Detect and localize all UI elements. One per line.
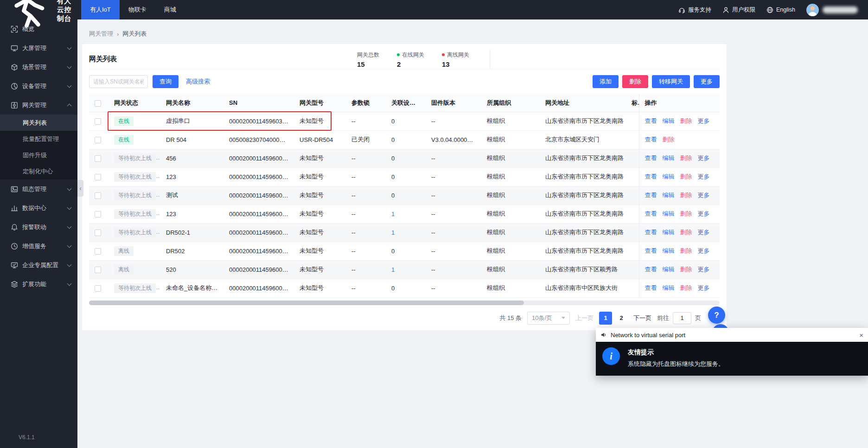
screen-icon bbox=[11, 45, 18, 52]
sidebar-collapse-handle[interactable]: ‹ bbox=[77, 180, 83, 197]
sidebar-item-alarm-linkage[interactable]: 报警联动 bbox=[0, 218, 77, 237]
action-delete[interactable]: 删除 bbox=[680, 265, 692, 274]
action-view[interactable]: 查看 bbox=[645, 117, 657, 125]
sidebar-subitem-batch-config[interactable]: 批量配置管理 bbox=[0, 131, 77, 147]
row-checkbox[interactable] bbox=[95, 174, 101, 180]
action-delete[interactable]: 删除 bbox=[680, 173, 692, 181]
action-edit[interactable]: 编辑 bbox=[663, 210, 675, 218]
sidebar-item-extensions[interactable]: 扩展功能 bbox=[0, 275, 77, 294]
action-edit[interactable]: 编辑 bbox=[663, 117, 675, 125]
more-button[interactable]: 更多 bbox=[694, 75, 720, 88]
action-edit[interactable]: 编辑 bbox=[663, 154, 675, 162]
next-page-button[interactable]: 下一页 bbox=[633, 314, 651, 322]
sidebar-item-device-mgmt[interactable]: 设备管理 bbox=[0, 77, 77, 96]
row-checkbox[interactable] bbox=[95, 211, 101, 218]
row-checkbox[interactable] bbox=[95, 248, 101, 255]
action-delete[interactable]: 删除 bbox=[680, 284, 692, 292]
cell-model: 未知型号 bbox=[294, 279, 346, 297]
device-count-link[interactable]: 1 bbox=[391, 266, 395, 273]
delete-button[interactable]: 删除 bbox=[622, 75, 648, 88]
action-more[interactable]: 更多 bbox=[698, 210, 710, 218]
goto-page-input[interactable] bbox=[673, 312, 691, 324]
action-more[interactable]: 更多 bbox=[698, 228, 710, 237]
breadcrumb-gateway-mgmt[interactable]: 网关管理 bbox=[89, 30, 113, 38]
cell-firmware: -- bbox=[426, 223, 481, 242]
action-view[interactable]: 查看 bbox=[645, 191, 657, 199]
action-delete[interactable]: 删除 bbox=[680, 210, 692, 218]
action-edit[interactable]: 编辑 bbox=[663, 284, 675, 292]
topbar-tab-iot[interactable]: 有人IoT bbox=[81, 0, 120, 19]
row-checkbox[interactable] bbox=[95, 118, 101, 125]
horizontal-scrollbar-thumb[interactable] bbox=[89, 301, 524, 305]
action-view[interactable]: 查看 bbox=[645, 265, 657, 274]
action-view[interactable]: 查看 bbox=[645, 154, 657, 162]
page-button-1[interactable]: 1 bbox=[599, 312, 612, 325]
page-button-2[interactable]: 2 bbox=[615, 312, 628, 325]
sidebar-subitem-customization-center[interactable]: 定制化中心 bbox=[0, 163, 77, 179]
topbar-action-language[interactable]: English bbox=[766, 6, 795, 13]
advanced-search-link[interactable]: 高级搜索 bbox=[186, 77, 210, 86]
topbar-tab-sim-card[interactable]: 物联卡 bbox=[120, 0, 155, 19]
select-all-checkbox[interactable] bbox=[95, 100, 101, 107]
action-more[interactable]: 更多 bbox=[698, 284, 710, 292]
action-view[interactable]: 查看 bbox=[645, 228, 657, 237]
action-more[interactable]: 更多 bbox=[698, 265, 710, 274]
action-more[interactable]: 更多 bbox=[698, 191, 710, 199]
action-delete[interactable]: 删除 bbox=[680, 154, 692, 162]
action-edit[interactable]: 编辑 bbox=[663, 247, 675, 255]
action-edit[interactable]: 编辑 bbox=[663, 228, 675, 237]
device-count-link[interactable]: 1 bbox=[391, 229, 395, 236]
topbar-action-permissions[interactable]: 用户权限 bbox=[722, 6, 755, 14]
cell-sn: 00002000114596000018 bbox=[223, 205, 294, 223]
row-checkbox[interactable] bbox=[95, 155, 101, 162]
row-checkbox[interactable] bbox=[95, 230, 101, 236]
horizontal-scrollbar[interactable] bbox=[89, 301, 720, 305]
action-view[interactable]: 查看 bbox=[645, 284, 657, 292]
action-delete[interactable]: 删除 bbox=[680, 117, 692, 125]
action-view[interactable]: 查看 bbox=[645, 173, 657, 181]
topbar-tab-mall[interactable]: 商城 bbox=[155, 0, 185, 19]
add-button[interactable]: 添加 bbox=[593, 75, 619, 88]
sidebar-item-gateway-mgmt[interactable]: 网关管理 bbox=[0, 96, 77, 115]
row-checkbox[interactable] bbox=[95, 192, 101, 199]
row-checkbox[interactable] bbox=[95, 267, 101, 273]
action-edit[interactable]: 编辑 bbox=[663, 173, 675, 181]
action-more[interactable]: 更多 bbox=[698, 154, 710, 162]
speaker-icon bbox=[600, 332, 607, 338]
action-more[interactable]: 更多 bbox=[698, 247, 710, 255]
action-more[interactable]: 更多 bbox=[698, 117, 710, 125]
close-icon[interactable]: × bbox=[859, 332, 863, 339]
search-input[interactable] bbox=[89, 75, 148, 88]
sidebar-subitem-gateway-list[interactable]: 网关列表 bbox=[0, 115, 77, 131]
topbar-action-support[interactable]: 服务支持 bbox=[678, 6, 711, 14]
action-view[interactable]: 查看 bbox=[645, 210, 657, 218]
action-delete[interactable]: 删除 bbox=[680, 247, 692, 255]
action-delete[interactable]: 删除 bbox=[680, 191, 692, 199]
action-more[interactable]: 更多 bbox=[698, 173, 710, 181]
device-count-link[interactable]: 1 bbox=[391, 211, 395, 218]
cell-gateway-status: 等待初次上线 bbox=[108, 223, 160, 242]
action-delete[interactable]: 删除 bbox=[663, 135, 675, 144]
action-view[interactable]: 查看 bbox=[645, 247, 657, 255]
sidebar-item-data-center[interactable]: 数据中心 bbox=[0, 198, 77, 218]
sidebar-item-enterprise-config[interactable]: 企业专属配置 bbox=[0, 256, 77, 275]
action-edit[interactable]: 编辑 bbox=[663, 191, 675, 199]
sidebar-item-scada-mgmt[interactable]: 组态管理 bbox=[0, 179, 77, 198]
action-view[interactable]: 查看 bbox=[645, 135, 657, 144]
query-button[interactable]: 查询 bbox=[153, 75, 179, 88]
prev-page-button[interactable]: 上一页 bbox=[575, 314, 594, 322]
sidebar-subitem-firmware-upgrade[interactable]: 固件升级 bbox=[0, 147, 77, 163]
action-edit[interactable]: 编辑 bbox=[663, 265, 675, 274]
sidebar-item-scene-mgmt[interactable]: 场景管理 bbox=[0, 58, 77, 77]
cell-param-lock: -- bbox=[346, 223, 386, 242]
action-delete[interactable]: 删除 bbox=[680, 228, 692, 237]
row-checkbox[interactable] bbox=[95, 285, 101, 292]
help-button[interactable]: ? bbox=[708, 307, 725, 324]
transfer-gateway-button[interactable]: 转移网关 bbox=[652, 75, 690, 88]
sidebar-item-screen-mgmt[interactable]: 大屏管理 bbox=[0, 38, 77, 58]
page-size-select[interactable]: 10条/页 bbox=[527, 312, 570, 325]
row-checkbox[interactable] bbox=[95, 137, 101, 143]
user-profile[interactable] bbox=[806, 4, 858, 16]
avatar[interactable] bbox=[806, 4, 819, 16]
sidebar-item-value-added-services[interactable]: 增值服务 bbox=[0, 237, 77, 256]
